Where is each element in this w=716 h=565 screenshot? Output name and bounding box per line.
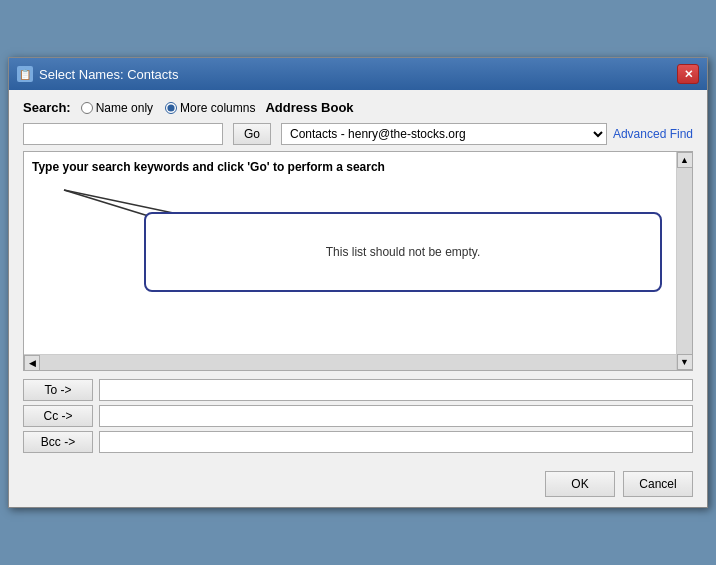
- more-columns-radio[interactable]: [165, 102, 177, 114]
- advanced-find-link[interactable]: Advanced Find: [613, 127, 693, 141]
- more-columns-option[interactable]: More columns: [165, 101, 255, 115]
- search-label: Search:: [23, 100, 71, 115]
- scroll-down-arrow[interactable]: ▼: [677, 354, 693, 370]
- cc-row: Cc ->: [23, 405, 693, 427]
- search-input[interactable]: [23, 123, 223, 145]
- horizontal-scrollbar[interactable]: ◀ ▶: [24, 354, 692, 370]
- cancel-button[interactable]: Cancel: [623, 471, 693, 497]
- search-hint: Type your search keywords and click 'Go'…: [32, 160, 684, 174]
- address-book-section: Contacts - henry@the-stocks.org Advanced…: [281, 123, 693, 145]
- dialog-body: Search: Name only More columns Address B…: [9, 90, 707, 463]
- address-book-select[interactable]: Contacts - henry@the-stocks.org: [281, 123, 607, 145]
- bcc-input[interactable]: [99, 431, 693, 453]
- empty-list-message: This list should not be empty.: [144, 212, 662, 292]
- dialog-icon: 📋: [17, 66, 33, 82]
- scroll-track: [677, 168, 692, 354]
- to-input[interactable]: [99, 379, 693, 401]
- title-bar: 📋 Select Names: Contacts ✕: [9, 58, 707, 90]
- close-button[interactable]: ✕: [677, 64, 699, 84]
- vertical-scrollbar[interactable]: ▲ ▼: [676, 152, 692, 370]
- empty-list-text: This list should not be empty.: [326, 245, 481, 259]
- more-columns-label: More columns: [180, 101, 255, 115]
- recipient-section: To -> Cc -> Bcc ->: [23, 379, 693, 453]
- name-only-option[interactable]: Name only: [81, 101, 153, 115]
- scroll-h-track: [40, 355, 676, 370]
- results-container[interactable]: Type your search keywords and click 'Go'…: [24, 152, 692, 354]
- cc-button[interactable]: Cc ->: [23, 405, 93, 427]
- select-names-dialog: 📋 Select Names: Contacts ✕ Search: Name …: [8, 57, 708, 508]
- search-mode-group: Name only More columns: [81, 101, 256, 115]
- to-row: To ->: [23, 379, 693, 401]
- cc-input[interactable]: [99, 405, 693, 427]
- name-only-label: Name only: [96, 101, 153, 115]
- search-results-area: Type your search keywords and click 'Go'…: [23, 151, 693, 371]
- go-button[interactable]: Go: [233, 123, 271, 145]
- bcc-row: Bcc ->: [23, 431, 693, 453]
- address-book-label: Address Book: [265, 100, 353, 115]
- name-only-radio[interactable]: [81, 102, 93, 114]
- title-bar-title: 📋 Select Names: Contacts: [17, 66, 178, 82]
- dialog-title: Select Names: Contacts: [39, 67, 178, 82]
- scroll-up-arrow[interactable]: ▲: [677, 152, 693, 168]
- search-input-row: Go Contacts - henry@the-stocks.org Advan…: [23, 123, 693, 145]
- dialog-footer: OK Cancel: [9, 463, 707, 507]
- search-top-row: Search: Name only More columns Address B…: [23, 100, 693, 115]
- to-button[interactable]: To ->: [23, 379, 93, 401]
- scroll-left-arrow[interactable]: ◀: [24, 355, 40, 371]
- bcc-button[interactable]: Bcc ->: [23, 431, 93, 453]
- ok-button[interactable]: OK: [545, 471, 615, 497]
